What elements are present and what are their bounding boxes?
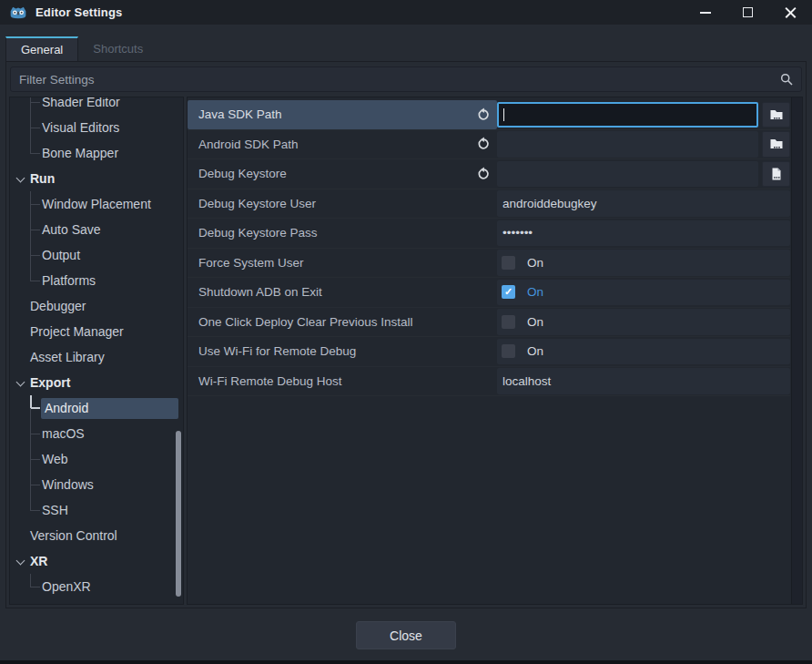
setting-label[interactable]: Wi-Fi Remote Debug Host [188,367,497,396]
sidebar-item-windows[interactable]: Windows [10,472,183,497]
filter-settings-input[interactable] [10,66,802,92]
force-system-user-checkbox[interactable] [502,256,515,270]
maximize-button[interactable] [726,0,769,25]
maximize-icon [743,7,753,17]
tree-connector [30,242,41,268]
sidebar-section-run[interactable]: Run [10,166,183,191]
use-wifi-for-remote-debug-checkbox[interactable] [502,344,515,358]
dialog-footer: Close [0,608,812,660]
setting-row-force-system-user[interactable]: Force System User On [188,249,790,279]
tree-connector [30,472,41,497]
java-sdk-path-input[interactable] [497,102,758,128]
checkbox-on-label: On [527,344,543,358]
sidebar-item-version-control[interactable]: Version Control [10,523,183,548]
sidebar-item-debugger[interactable]: Debugger [10,293,183,319]
file-browse-button[interactable] [762,161,790,188]
chevron-down-icon [14,374,30,391]
checkbox-field: On [497,339,790,365]
sidebar-item-web[interactable]: Web [10,446,183,472]
wifi-remote-debug-host-input[interactable] [497,368,790,394]
sidebar-item-openxr[interactable]: OpenXR [10,574,183,599]
folder-icon [769,107,784,122]
setting-row-android-sdk-path[interactable]: Android SDK Path [188,130,790,160]
tab-shortcuts[interactable]: Shortcuts [78,36,157,61]
tree-scrollbar [176,99,181,602]
chevron-down-icon [14,553,30,569]
minimize-button[interactable] [684,0,726,25]
tree-connector [30,446,41,472]
setting-label[interactable]: Shutdown ADB on Exit [188,278,497,307]
tree-connector [30,268,41,293]
setting-label[interactable]: Debug Keystore User [188,189,497,219]
setting-label[interactable]: Force System User [188,249,497,278]
setting-label[interactable]: Java SDK Path [188,100,497,129]
tree-connector [30,140,41,166]
setting-row-debug-keystore[interactable]: Debug Keystore [188,159,790,189]
checkbox-field: On [497,309,790,335]
close-button[interactable]: Close [356,621,456,649]
sidebar-item-macos[interactable]: macOS [10,421,183,446]
sidebar-item-platforms[interactable]: Platforms [10,268,183,293]
minimize-icon [700,12,711,14]
folder-icon [769,137,784,151]
sidebar-section-xr[interactable]: XR [10,548,183,574]
revert-icon[interactable] [475,107,492,123]
sidebar-item-auto-save[interactable]: Auto Save [10,217,183,242]
setting-label[interactable]: Use Wi-Fi for Remote Debug [188,337,497,366]
setting-row-wifi-remote-debug-host[interactable]: Wi-Fi Remote Debug Host [188,367,790,397]
window-bottom-edge [0,660,812,664]
sidebar-item-project-manager[interactable]: Project Manager [10,319,183,344]
sidebar-item-ssh[interactable]: SSH [10,497,183,523]
revert-icon[interactable] [475,166,492,182]
android-sdk-path-input[interactable] [497,131,758,158]
tree-connector [30,97,41,115]
settings-list: Java SDK Path [187,97,803,605]
tree-connector [30,191,41,217]
tree-connector [30,217,41,242]
sidebar-item-metadata[interactable]: Metadata [10,599,183,605]
checkbox-on-label: On [527,256,543,270]
setting-row-debug-keystore-user[interactable]: Debug Keystore User [188,189,790,220]
checkbox-on-label: On [527,315,543,329]
setting-label[interactable]: Debug Keystore Pass [188,219,497,248]
window-title: Editor Settings [36,5,122,19]
setting-label[interactable]: One Click Deploy Clear Previous Install [188,308,497,337]
setting-row-use-wifi-for-remote-debug[interactable]: Use Wi-Fi for Remote Debug On [188,337,790,367]
search-icon [779,72,794,87]
chevron-down-icon [14,170,30,187]
checkbox-field: On [497,250,790,276]
sidebar-item-asset-library[interactable]: Asset Library [10,344,183,370]
sidebar-section-export[interactable]: Export [10,370,183,395]
setting-row-one-click-deploy-clear-previous-install[interactable]: One Click Deploy Clear Previous Install … [188,308,790,338]
tree-connector [30,497,41,523]
debug-keystore-pass-input[interactable] [497,220,790,247]
setting-label[interactable]: Debug Keystore [188,159,497,189]
close-icon [785,6,797,18]
debug-keystore-user-input[interactable] [497,190,790,217]
setting-row-java-sdk-path[interactable]: Java SDK Path [188,100,790,130]
folder-browse-button[interactable] [762,102,790,128]
one-click-deploy-clear-previous-install-checkbox[interactable] [502,315,515,329]
shutdown-adb-on-exit-checkbox[interactable] [502,285,515,299]
sidebar-item-bone-mapper[interactable]: Bone Mapper [10,140,183,166]
tree-connector [30,395,41,421]
tab-general[interactable]: General [5,36,78,61]
tree-connector [30,115,41,140]
revert-icon[interactable] [475,136,492,152]
setting-label[interactable]: Android SDK Path [188,130,497,159]
settings-tree: Shader Editor Visual Editors Bone Mapper… [9,97,184,605]
setting-row-debug-keystore-pass[interactable]: Debug Keystore Pass [188,219,790,249]
godot-logo-icon [9,5,27,21]
settings-scrollbar-track[interactable] [791,97,802,604]
close-window-button[interactable] [769,0,812,25]
sidebar-item-android[interactable]: Android [10,395,183,421]
tree-scrollbar-thumb[interactable] [176,431,181,597]
sidebar-item-output[interactable]: Output [10,242,183,268]
sidebar-item-visual-editors[interactable]: Visual Editors [10,115,183,140]
sidebar-item-window-placement[interactable]: Window Placement [10,191,183,217]
sidebar-item-shader-editor[interactable]: Shader Editor [10,97,183,115]
setting-row-shutdown-adb-on-exit[interactable]: Shutdown ADB on Exit On [188,278,790,308]
filter-settings-wrap [10,66,802,92]
folder-browse-button[interactable] [762,131,790,158]
debug-keystore-input[interactable] [497,161,758,188]
